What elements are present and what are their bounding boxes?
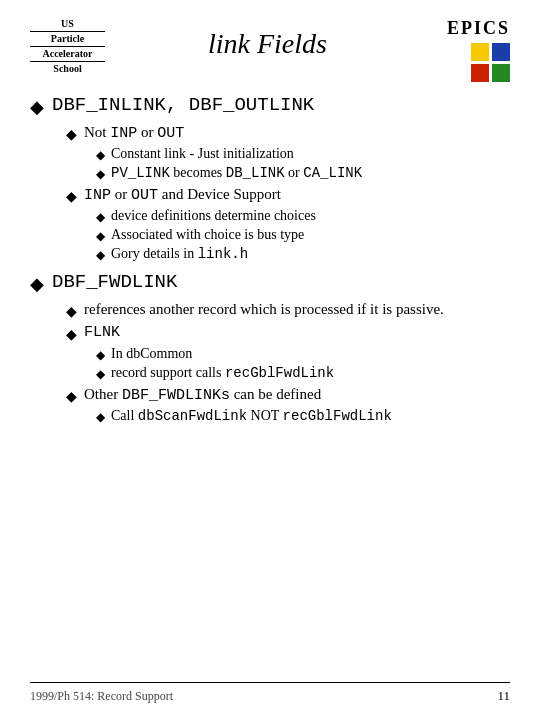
inp-out-text: INP or OUT and Device Support	[84, 186, 281, 204]
bullet1-icon: ◆	[30, 273, 44, 295]
gory-details-text: Gory details in link.h	[111, 246, 248, 262]
other-fwdlinks-text: Other DBF_FWDLINKs can be defined	[84, 386, 321, 404]
sq-yellow	[471, 43, 489, 61]
level3-record-support: ◆ record support calls recGblFwdLink	[96, 365, 510, 382]
sq-blue	[492, 43, 510, 61]
level2-other-fwdlinks: ◆ Other DBF_FWDLINKs can be defined	[66, 386, 510, 405]
logo-line3: Accelerator	[43, 48, 93, 60]
logo-line4: School	[53, 63, 81, 75]
bullet2-icon: ◆	[66, 188, 77, 205]
footer-page: 11	[497, 688, 510, 704]
not-inp-subitems: ◆ Constant link - Just initialization ◆ …	[66, 146, 510, 182]
level3-gory-details: ◆ Gory details in link.h	[96, 246, 510, 263]
epics-label: EPICS	[447, 18, 510, 39]
epics-squares	[471, 43, 510, 82]
epics-logo: EPICS	[430, 18, 510, 82]
slide-content: ◆ DBF_INLINK, DBF_OUTLINK ◆ Not INP or O…	[30, 90, 510, 682]
footer-course: 1999/Ph 514: Record Support	[30, 689, 173, 704]
not-inp-text: Not INP or OUT	[84, 124, 184, 142]
section1-items: ◆ Not INP or OUT ◆ Constant link - Just …	[30, 124, 510, 263]
bullet2-icon: ◆	[66, 326, 77, 343]
bullet3-icon: ◆	[96, 410, 105, 425]
level2-flnk: ◆ FLNK	[66, 324, 510, 343]
level2-references: ◆ references another record which is pro…	[66, 301, 510, 320]
sq-red	[471, 64, 489, 82]
device-defs-text: device definitions determine choices	[111, 208, 316, 224]
bullet2-icon: ◆	[66, 388, 77, 405]
section2-heading: ◆ DBF_FWDLINK	[30, 271, 510, 295]
bullet2-icon: ◆	[66, 303, 77, 320]
footer: 1999/Ph 514: Record Support 11	[30, 682, 510, 704]
page-title: link Fields	[105, 18, 430, 60]
flnk-label: FLNK	[84, 324, 120, 341]
header: US Particle Accelerator School link Fiel…	[30, 18, 510, 82]
bullet3-icon: ◆	[96, 348, 105, 363]
page: US Particle Accelerator School link Fiel…	[0, 0, 540, 720]
logo-line1: US	[61, 18, 74, 30]
assoc-choice-text: Associated with choice is bus type	[111, 227, 304, 243]
level3-constant-link: ◆ Constant link - Just initialization	[96, 146, 510, 163]
section2-label: DBF_FWDLINK	[52, 271, 177, 293]
level2-inp-out: ◆ INP or OUT and Device Support	[66, 186, 510, 205]
bullet3-icon: ◆	[96, 167, 105, 182]
record-support-text: record support calls recGblFwdLink	[111, 365, 334, 381]
level3-call-dbscan: ◆ Call dbScanFwdLink NOT recGblFwdLink	[96, 408, 510, 425]
level3-device-defs: ◆ device definitions determine choices	[96, 208, 510, 225]
section2-items: ◆ references another record which is pro…	[30, 301, 510, 425]
bullet3-icon: ◆	[96, 210, 105, 225]
other-fwdlinks-subitems: ◆ Call dbScanFwdLink NOT recGblFwdLink	[66, 408, 510, 425]
in-dbcommon-text: In dbCommon	[111, 346, 192, 362]
constant-link-text: Constant link - Just initialization	[111, 146, 294, 162]
section1-label: DBF_INLINK, DBF_OUTLINK	[52, 94, 314, 116]
flnk-subitems: ◆ In dbCommon ◆ record support calls rec…	[66, 346, 510, 382]
pas-logo: US Particle Accelerator School	[30, 18, 105, 75]
level3-in-dbcommon: ◆ In dbCommon	[96, 346, 510, 363]
pvlink-text: PV_LINK becomes DB_LINK or CA_LINK	[111, 165, 362, 181]
level3-pvlink: ◆ PV_LINK becomes DB_LINK or CA_LINK	[96, 165, 510, 182]
bullet1-icon: ◆	[30, 96, 44, 118]
logo-line2: Particle	[51, 33, 84, 45]
bullet2-icon: ◆	[66, 126, 77, 143]
level3-assoc-choice: ◆ Associated with choice is bus type	[96, 227, 510, 244]
inp-out-subitems: ◆ device definitions determine choices ◆…	[66, 208, 510, 263]
sq-green	[492, 64, 510, 82]
bullet3-icon: ◆	[96, 148, 105, 163]
section1-heading: ◆ DBF_INLINK, DBF_OUTLINK	[30, 94, 510, 118]
bullet3-icon: ◆	[96, 248, 105, 263]
level2-not-inp: ◆ Not INP or OUT	[66, 124, 510, 143]
bullet3-icon: ◆	[96, 229, 105, 244]
bullet3-icon: ◆	[96, 367, 105, 382]
references-text: references another record which is proce…	[84, 301, 444, 318]
call-dbscan-text: Call dbScanFwdLink NOT recGblFwdLink	[111, 408, 392, 424]
